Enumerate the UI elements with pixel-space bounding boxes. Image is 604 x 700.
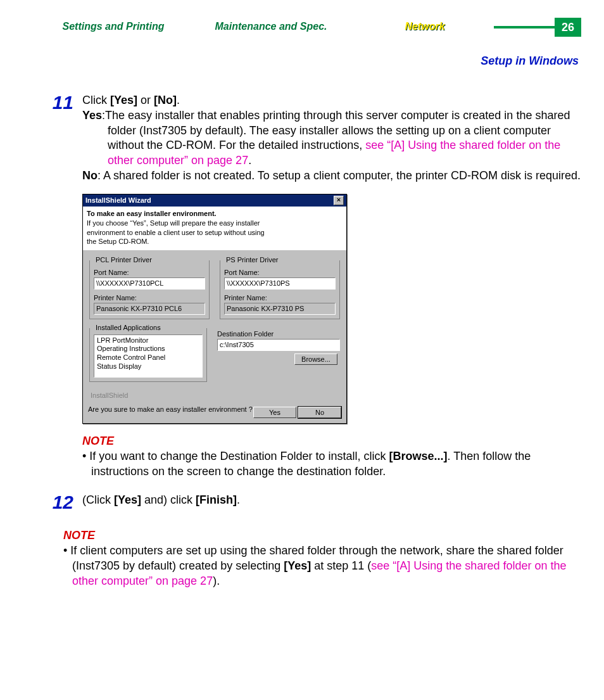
top-tab-bar: Settings and Printing Maintenance and Sp…: [38, 18, 581, 39]
close-icon[interactable]: ×: [334, 196, 344, 205]
page-number: 26: [555, 18, 581, 37]
note-2-label: NOTE: [63, 528, 581, 544]
tab-settings-and-printing[interactable]: Settings and Printing: [41, 18, 186, 35]
header-divider: [494, 26, 555, 29]
ps-printer-field: Panasonic KX-P7310 PS: [224, 303, 336, 315]
list-item: Remote Control Panel: [97, 353, 199, 362]
step-12-heading: (Click [Yes] and) click [Finish].: [82, 493, 581, 508]
pcl-printer-label: Printer Name:: [94, 293, 205, 303]
pcl-printer-field: Panasonic KX-P7310 PCL6: [94, 303, 205, 315]
step-11-number: 11: [38, 93, 82, 479]
dialog-titlebar: InstallShield Wizard ×: [83, 194, 346, 207]
no-button[interactable]: No: [298, 407, 341, 419]
dialog-title: InstallShield Wizard: [85, 196, 151, 205]
list-item: Status Display: [97, 362, 199, 371]
ps-port-label: Port Name:: [224, 268, 336, 277]
pcl-port-label: Port Name:: [94, 268, 205, 277]
dialog-heading: To make an easy installer environment.: [87, 209, 343, 219]
yes-button[interactable]: Yes: [253, 407, 296, 419]
browse-button[interactable]: Browse...: [294, 353, 337, 366]
pcl-port-field[interactable]: \\XXXXXX\P7310PCL: [94, 277, 205, 290]
tab-network[interactable]: Network: [356, 18, 494, 35]
destination-folder-field[interactable]: c:\Inst7305: [217, 339, 340, 351]
group-installed-apps: LPR PortMonitor Operating Instructions R…: [89, 328, 207, 382]
step-11-heading: Click [Yes] or [No].: [82, 93, 581, 108]
note-2-text: • If client computers are set up using t…: [63, 544, 581, 589]
list-item: Operating Instructions: [97, 345, 199, 353]
note-1-text: • If you want to change the Destination …: [82, 449, 581, 480]
group-pcl-driver: Port Name: \\XXXXXX\P7310PCL Printer Nam…: [89, 260, 210, 319]
note-1-label: NOTE: [82, 434, 581, 449]
section-subtitle: Setup in Windows: [38, 54, 579, 68]
dialog-subheading: If you choose “Yes”, Setup will prepare …: [87, 219, 270, 246]
installshield-brand: InstallShield: [88, 391, 341, 400]
list-item: LPR PortMonitor: [97, 336, 199, 345]
group-ps-driver: Port Name: \\XXXXXX\P7310PS Printer Name…: [220, 260, 340, 319]
step-11-yes-desc: Yes:The easy installer that enables prin…: [82, 108, 581, 169]
ps-printer-label: Printer Name:: [224, 293, 336, 303]
destination-folder-label: Destination Folder: [217, 329, 340, 339]
installshield-dialog: InstallShield Wizard × To make an easy i…: [82, 194, 347, 424]
step-12-number: 12: [38, 493, 82, 512]
tab-maintenance-and-spec[interactable]: Maintenance and Spec.: [198, 18, 344, 35]
step-11-no-desc: No: A shared folder is not created. To s…: [82, 169, 581, 184]
ps-port-field[interactable]: \\XXXXXX\P7310PS: [224, 277, 336, 290]
installed-apps-list[interactable]: LPR PortMonitor Operating Instructions R…: [94, 334, 203, 378]
